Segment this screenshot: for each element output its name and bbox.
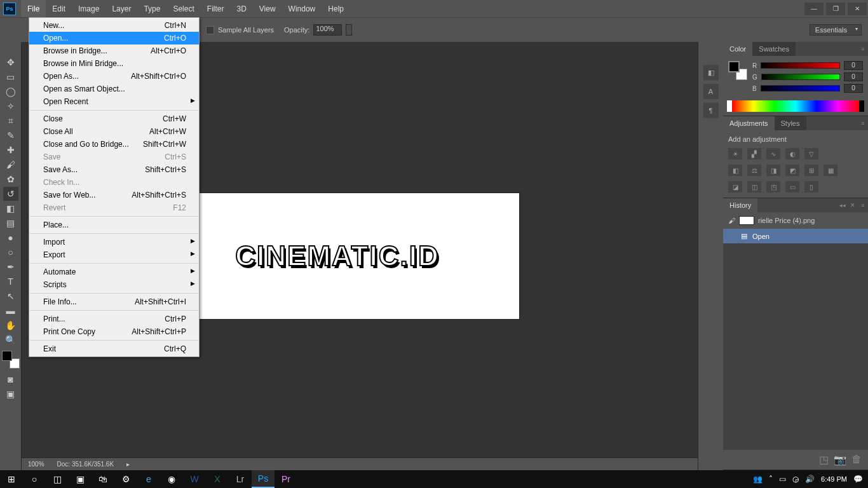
file-menu-print[interactable]: Print...Ctrl+P	[29, 313, 199, 325]
word-button[interactable]: W	[183, 470, 206, 488]
zoom-level[interactable]: 100%	[28, 461, 44, 468]
adj-flyout[interactable]: ≡	[858, 116, 868, 130]
notifications-icon[interactable]: 💬	[853, 475, 863, 484]
file-menu-new[interactable]: New...Ctrl+N	[29, 19, 199, 32]
quickmask-tool[interactable]: ◙	[3, 372, 18, 386]
hist-collapse[interactable]: ◂◂	[837, 198, 848, 212]
adj-exposure-icon[interactable]: ◐	[785, 148, 799, 159]
hist-new-doc-icon[interactable]: ◳	[819, 454, 829, 466]
zoom-tool[interactable]: 🔍	[3, 333, 18, 347]
file-menu-browse-in-mini-bridge[interactable]: Browse in Mini Bridge...	[29, 57, 199, 70]
minimize-button[interactable]: —	[804, 3, 824, 15]
settings-button[interactable]: ⚙	[114, 470, 137, 488]
adj-curves-icon[interactable]: ∿	[766, 148, 780, 159]
adj-invert-icon[interactable]: ◪	[728, 181, 742, 193]
screenmode-tool[interactable]: ▣	[3, 387, 18, 401]
cortana-button[interactable]: ○	[23, 470, 46, 488]
gradient-tool[interactable]: ▤	[3, 216, 18, 230]
brush-tool[interactable]: 🖌	[3, 158, 18, 172]
color-swatch-pair[interactable]	[728, 61, 747, 80]
file-menu-import[interactable]: Import▶	[29, 236, 199, 248]
tab-color[interactable]: Color	[723, 42, 752, 56]
path-tool[interactable]: ↖	[3, 289, 18, 303]
hist-close[interactable]: ✕	[848, 198, 858, 212]
menu-select[interactable]: Select	[166, 0, 200, 17]
menu-filter[interactable]: Filter	[201, 0, 231, 17]
menu-image[interactable]: Image	[72, 0, 105, 17]
workspace-dropdown[interactable]: Essentials	[810, 24, 862, 36]
pen-tool[interactable]: ✒	[3, 260, 18, 274]
hist-flyout[interactable]: ≡	[858, 198, 868, 212]
heal-tool[interactable]: ✚	[3, 143, 18, 157]
r-value[interactable]: 0	[844, 61, 863, 70]
stamp-tool[interactable]: ✿	[3, 172, 18, 186]
file-menu-print-one-copy[interactable]: Print One CopyAlt+Shift+Ctrl+P	[29, 325, 199, 338]
file-menu-save-for-web[interactable]: Save for Web...Alt+Shift+Ctrl+S	[29, 189, 199, 201]
hist-snapshot-icon[interactable]: 📷	[834, 454, 846, 466]
adj-hue-icon[interactable]: ◧	[728, 165, 742, 176]
panel-icon-3[interactable]: ¶	[703, 103, 719, 118]
file-menu-place[interactable]: Place...	[29, 219, 199, 231]
move-tool[interactable]: ✥	[3, 55, 18, 69]
file-menu-save-as[interactable]: Save As...Shift+Ctrl+S	[29, 163, 199, 176]
file-menu-browse-in-bridge[interactable]: Browse in Bridge...Alt+Ctrl+O	[29, 44, 199, 57]
chrome-button[interactable]: ◉	[160, 470, 183, 488]
file-menu-close-and-go-to-bridge[interactable]: Close and Go to Bridge...Shift+Ctrl+W	[29, 138, 199, 151]
doc-size[interactable]: Doc: 351.6K/351.6K	[57, 461, 114, 468]
file-menu-scripts[interactable]: Scripts▶	[29, 278, 199, 291]
lasso-tool[interactable]: ◯	[3, 85, 18, 98]
file-menu-export[interactable]: Export▶	[29, 248, 199, 261]
lightroom-button[interactable]: Lr	[229, 470, 252, 488]
adj-bw-icon[interactable]: ◨	[766, 165, 780, 176]
hist-trash-icon[interactable]: 🗑	[851, 454, 862, 466]
file-menu-open[interactable]: Open...Ctrl+O	[29, 32, 199, 44]
history-brush-tool[interactable]: ↺	[3, 187, 18, 201]
marquee-tool[interactable]: ▭	[3, 70, 18, 84]
fgbg-swatch[interactable]	[2, 351, 20, 369]
r-slider[interactable]	[761, 62, 840, 69]
wand-tool[interactable]: ✧	[3, 99, 18, 113]
menu-edit[interactable]: Edit	[46, 0, 72, 17]
menu-type[interactable]: Type	[137, 0, 166, 17]
tab-adjustments[interactable]: Adjustments	[723, 116, 775, 130]
tab-styles[interactable]: Styles	[775, 116, 806, 130]
adj-brightness-icon[interactable]: ☀	[728, 148, 742, 159]
start-button[interactable]: ⊞	[0, 470, 23, 488]
menu-file[interactable]: File	[21, 0, 46, 17]
volume-icon[interactable]: 🔊	[805, 475, 815, 484]
b-slider[interactable]	[761, 85, 840, 92]
adj-balance-icon[interactable]: ⚖	[747, 165, 761, 176]
store-button[interactable]: 🛍	[92, 470, 114, 488]
sample-all-checkbox[interactable]	[206, 26, 214, 34]
history-doc[interactable]: rielle Price (4).png	[758, 217, 815, 224]
taskview-button[interactable]: ◫	[46, 470, 69, 488]
crop-tool[interactable]: ⌗	[3, 114, 18, 128]
adj-select-icon[interactable]: ▯	[804, 181, 818, 193]
adj-photo-icon[interactable]: ◩	[785, 165, 799, 176]
file-menu-exit[interactable]: ExitCtrl+Q	[29, 342, 199, 355]
spectrum-bar[interactable]	[727, 100, 864, 112]
dodge-tool[interactable]: ○	[3, 245, 18, 259]
adj-vibrance-icon[interactable]: ▽	[804, 148, 818, 159]
adj-lut-icon[interactable]: ▦	[824, 165, 837, 176]
panel-icon-1[interactable]: ◧	[703, 65, 719, 80]
adj-gradmap-icon[interactable]: ▭	[785, 181, 799, 193]
premiere-button[interactable]: Pr	[275, 470, 297, 488]
file-menu-open-as[interactable]: Open As...Alt+Shift+Ctrl+O	[29, 70, 199, 83]
file-menu-close[interactable]: CloseCtrl+W	[29, 112, 199, 125]
shape-tool[interactable]: ▬	[3, 304, 18, 318]
tab-history[interactable]: History	[723, 198, 757, 212]
excel-button[interactable]: X	[206, 470, 229, 488]
maximize-button[interactable]: ❐	[826, 3, 845, 15]
edge-button[interactable]: e	[137, 470, 160, 488]
close-button[interactable]: ✕	[848, 3, 867, 15]
tray-up-icon[interactable]: ˄	[769, 475, 773, 484]
opacity-input[interactable]: 100%	[313, 24, 342, 36]
opacity-dropdown[interactable]	[346, 24, 352, 36]
hand-tool[interactable]: ✋	[3, 318, 18, 332]
menu-layer[interactable]: Layer	[105, 0, 137, 17]
eyedropper-tool[interactable]: ✎	[3, 128, 18, 142]
canvas[interactable]: CINEMATIC.ID	[168, 193, 519, 319]
type-tool[interactable]: T	[3, 274, 18, 288]
g-value[interactable]: 0	[844, 72, 863, 81]
